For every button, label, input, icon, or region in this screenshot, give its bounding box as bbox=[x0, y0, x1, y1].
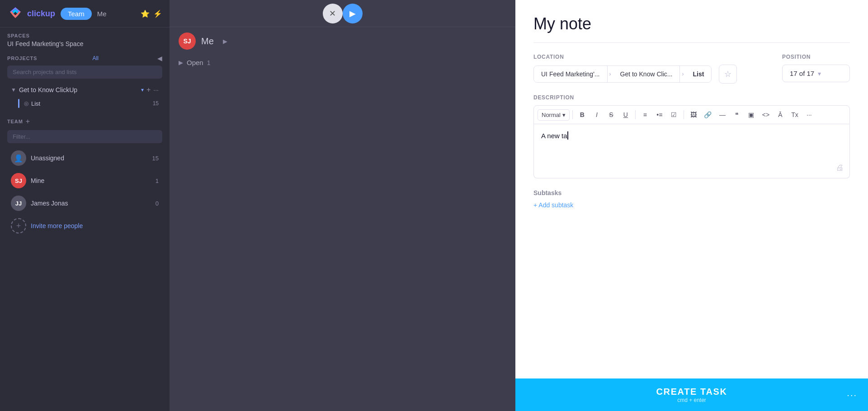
spaces-label: SPACES bbox=[7, 33, 162, 38]
image-button[interactable]: 🖼 bbox=[687, 108, 700, 121]
me-link[interactable]: Me bbox=[97, 10, 107, 18]
member-item-unassigned[interactable]: 👤 Unassigned 15 bbox=[7, 148, 162, 168]
quote-button[interactable]: ❝ bbox=[730, 108, 744, 121]
project-plus-icon[interactable]: + bbox=[146, 86, 151, 94]
favorite-button[interactable]: ☆ bbox=[719, 65, 737, 84]
italic-button[interactable]: I bbox=[590, 108, 604, 121]
sidebar-header: clickup Team Me ⭐ ⚡ bbox=[0, 0, 170, 28]
space-name[interactable]: UI Feed Marketing's Space bbox=[7, 40, 162, 47]
more-options-button[interactable]: ··· bbox=[802, 108, 816, 121]
unordered-list-button[interactable]: •≡ bbox=[653, 108, 666, 121]
breadcrumb-list: List bbox=[685, 66, 711, 82]
star-icon[interactable]: ⭐ bbox=[141, 9, 150, 18]
member-name-unassigned: Unassigned bbox=[31, 154, 148, 162]
team-members-list: 👤 Unassigned 15 SJ Mine 1 JJ James Jonas… bbox=[7, 148, 162, 236]
divider-button[interactable]: — bbox=[716, 108, 729, 121]
position-label: Position bbox=[782, 54, 850, 60]
toolbar-separator-3 bbox=[684, 110, 684, 119]
create-task-area[interactable]: CREATE TASK cmd + enter bbox=[656, 387, 727, 403]
style-select[interactable]: Normal ▾ bbox=[538, 109, 570, 121]
svg-marker-2 bbox=[10, 12, 21, 18]
ordered-list-button[interactable]: ≡ bbox=[638, 108, 652, 121]
me-title: Me bbox=[201, 36, 214, 47]
open-label: Open bbox=[187, 59, 203, 66]
search-toggle-area: ✕ ▶ bbox=[323, 4, 363, 23]
collapse-icon[interactable]: ◀ bbox=[157, 55, 162, 62]
underline-button[interactable]: U bbox=[619, 108, 632, 121]
search-projects-input[interactable] bbox=[7, 65, 162, 79]
clear-format-button[interactable]: Tx bbox=[788, 108, 802, 121]
style-select-value: Normal bbox=[542, 112, 561, 118]
bottom-more-button[interactable]: ··· bbox=[847, 390, 857, 400]
position-value[interactable]: 17 of 17 ▾ bbox=[782, 65, 850, 82]
position-chevron-icon: ▾ bbox=[818, 70, 821, 77]
member-item-mine[interactable]: SJ Mine 1 bbox=[7, 170, 162, 191]
project-list: ▼ Get to Know ClickUp ▾ + ··· ◎ List 15 bbox=[7, 83, 162, 110]
avatar-unassigned: 👤 bbox=[11, 150, 26, 166]
embed-button[interactable]: ▣ bbox=[745, 108, 758, 121]
breadcrumb-arrow-1: › bbox=[608, 71, 613, 77]
right-panel: My note Location UI Feed Marketing'... ›… bbox=[515, 0, 868, 411]
team-badge[interactable]: Team bbox=[61, 8, 92, 20]
create-task-label: CREATE TASK bbox=[656, 387, 727, 397]
projects-label: PROJECTS bbox=[7, 56, 37, 61]
member-name-mine: Mine bbox=[31, 177, 151, 184]
team-filter-input[interactable] bbox=[7, 130, 162, 143]
project-item[interactable]: ▼ Get to Know ClickUp ▾ + ··· bbox=[7, 83, 162, 97]
checklist-button[interactable]: ☑ bbox=[667, 108, 681, 121]
bolt-icon[interactable]: ⚡ bbox=[153, 9, 162, 18]
project-dropdown-icon[interactable]: ▾ bbox=[141, 87, 144, 93]
avatar-sj: SJ bbox=[11, 173, 26, 188]
location-position-row: Location UI Feed Marketing'... › Get to … bbox=[533, 54, 850, 84]
location-label: Location bbox=[533, 54, 773, 60]
bold-button[interactable]: B bbox=[576, 108, 589, 121]
style-select-arrow: ▾ bbox=[562, 112, 566, 118]
code-button[interactable]: <> bbox=[759, 108, 773, 121]
invite-circle-icon: + bbox=[11, 218, 26, 234]
description-label: Description bbox=[533, 94, 850, 101]
text-cursor bbox=[567, 131, 568, 140]
section-chevron-icon[interactable]: ▶ bbox=[219, 36, 231, 47]
toolbar-separator-1 bbox=[572, 110, 573, 119]
project-name: Get to Know ClickUp bbox=[19, 86, 138, 93]
list-count: 15 bbox=[153, 100, 159, 107]
bottom-bar: CREATE TASK cmd + enter ··· bbox=[515, 378, 868, 411]
add-subtask-button[interactable]: + Add subtask bbox=[533, 201, 573, 209]
project-chevron-icon: ▼ bbox=[11, 87, 16, 93]
toolbar-separator-2 bbox=[635, 110, 636, 119]
open-toggle[interactable]: ▶ Open 1 bbox=[179, 59, 506, 66]
project-dots-icon[interactable]: ··· bbox=[153, 86, 159, 93]
me-header: SJ Me ▶ bbox=[170, 27, 515, 55]
active-indicator bbox=[18, 99, 19, 108]
member-item-james[interactable]: JJ James Jonas 0 bbox=[7, 193, 162, 214]
nav-icons: ⭐ ⚡ bbox=[141, 9, 162, 18]
list-item[interactable]: ◎ List 15 bbox=[7, 97, 162, 110]
print-icon[interactable]: 🖨 bbox=[836, 163, 844, 173]
breadcrumb-listgroup: Get to Know Clic... bbox=[613, 66, 680, 82]
sidebar: clickup Team Me ⭐ ⚡ SPACES UI Feed Marke… bbox=[0, 0, 170, 411]
divider bbox=[533, 42, 850, 43]
clickup-logo-icon bbox=[7, 5, 24, 22]
breadcrumb-arrow-2: › bbox=[680, 71, 685, 77]
breadcrumb-space: UI Feed Marketing'... bbox=[534, 66, 608, 82]
description-section: Description Normal ▾ B I S U ≡ •≡ ☑ 🖼 🔗 … bbox=[533, 94, 850, 178]
editor-area[interactable]: A new ta 🖨 bbox=[533, 124, 850, 178]
create-task-hint: cmd + enter bbox=[677, 397, 706, 403]
open-count: 1 bbox=[207, 59, 211, 66]
close-button[interactable]: ✕ bbox=[323, 4, 343, 23]
go-button[interactable]: ▶ bbox=[343, 4, 363, 23]
invite-item[interactable]: + Invite more people bbox=[7, 215, 162, 236]
breadcrumb[interactable]: UI Feed Marketing'... › Get to Know Clic… bbox=[533, 65, 712, 83]
format-button[interactable]: Ā bbox=[774, 108, 787, 121]
member-count-james: 0 bbox=[156, 200, 159, 207]
logo-area: clickup bbox=[7, 5, 55, 22]
location-section: Location UI Feed Marketing'... › Get to … bbox=[533, 54, 773, 84]
all-projects-link[interactable]: All bbox=[93, 55, 99, 61]
position-text: 17 of 17 bbox=[790, 70, 814, 77]
link-button[interactable]: 🔗 bbox=[701, 108, 715, 121]
team-section: TEAM + 👤 Unassigned 15 SJ Mine 1 JJ Jame… bbox=[0, 113, 170, 411]
strikethrough-button[interactable]: S bbox=[604, 108, 618, 121]
team-add-icon[interactable]: + bbox=[26, 117, 30, 126]
projects-header: PROJECTS All ◀ bbox=[7, 55, 162, 62]
position-section: Position 17 of 17 ▾ bbox=[782, 54, 850, 82]
